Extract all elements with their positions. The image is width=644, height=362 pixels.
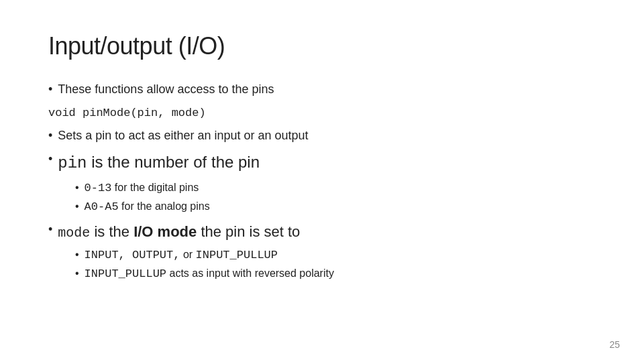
bullet-2-text: Sets a pin to act as either an input or … [58,125,308,146]
code-pinmode: void pinMode(pin, mode) [48,103,596,123]
mode-code: mode [58,225,90,241]
pin-range-analog: A0-A5 [85,200,119,213]
pin-range-digital: 0-13 [85,182,112,194]
pin-sub-2: • A0-A5 for the analog pins [75,198,596,217]
mode-sub-2-text: INPUT_PULLUP acts as input with reversed… [85,265,334,284]
bullet-marker-2: • [48,125,52,146]
pin-sub-bullets: • 0-13 for the digital pins • A0-A5 for … [75,179,596,217]
bullet-3-content: pin is the number of the pin [58,149,260,178]
slide: Input/output (I/O) • These functions all… [0,0,644,362]
bullet-2: • Sets a pin to act as either an input o… [48,125,596,146]
pin-sub-2-text: A0-A5 for the analog pins [85,198,210,217]
sub-bullet-marker-1: • [75,179,79,196]
bullet-marker-4: • [48,219,52,240]
sub-bullet-marker-4: • [75,265,79,282]
page-number: 25 [609,339,620,350]
bullet-marker-1: • [48,79,52,100]
bullet-3: • pin is the number of the pin [48,149,596,178]
pin-code: pin [58,154,87,172]
mode-sub-1-text: INPUT, OUTPUT, or INPUT_PULLUP [85,246,278,265]
bullet-marker-3: • [48,149,52,170]
sub-bullet-marker-3: • [75,246,79,263]
sub-bullet-marker-2: • [75,198,79,215]
slide-title: Input/output (I/O) [48,32,596,60]
mode-sub-bullets: • INPUT, OUTPUT, or INPUT_PULLUP • INPUT… [75,246,596,284]
mode-input-pullup: INPUT_PULLUP [196,249,278,261]
bullet-1: • These functions allow access to the pi… [48,79,596,100]
bullet-4: • mode is the I/O mode the pin is set to [48,219,596,245]
pin-sub-1-text: 0-13 for the digital pins [85,179,199,198]
mode-sub-1: • INPUT, OUTPUT, or INPUT_PULLUP [75,246,596,265]
slide-content: • These functions allow access to the pi… [48,79,596,284]
mode-sub-2: • INPUT_PULLUP acts as input with revers… [75,265,596,284]
code-pinmode-text: void pinMode(pin, mode) [48,107,206,119]
mode-input-output: INPUT, OUTPUT, [85,249,180,261]
bullet-1-text: These functions allow access to the pins [58,79,274,100]
pin-sub-1: • 0-13 for the digital pins [75,179,596,198]
bullet-4-text: is the I/O mode the pin is set to [90,223,300,240]
mode-input-pullup-2: INPUT_PULLUP [85,267,166,280]
bullet-3-text: is the number of the pin [87,153,260,171]
bullet-4-content: mode is the I/O mode the pin is set to [58,219,300,245]
